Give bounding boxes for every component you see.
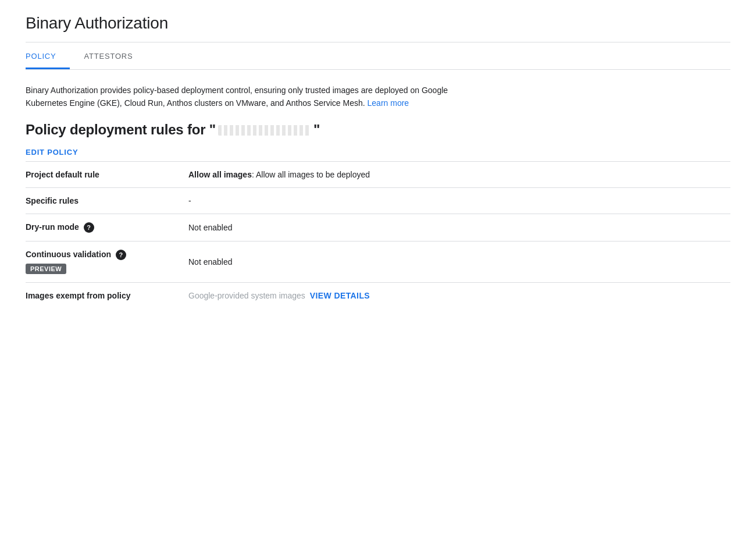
table-row: Continuous validation ? PREVIEW Not enab… bbox=[26, 241, 730, 283]
table-row: Dry-run mode ? Not enabled bbox=[26, 214, 730, 241]
row-label-project-default: Project default rule bbox=[26, 161, 188, 187]
allow-all-label: Allow all images bbox=[188, 170, 252, 179]
row-value-specific-rules: - bbox=[188, 187, 730, 214]
preview-badge: PREVIEW bbox=[26, 264, 66, 274]
policy-heading-prefix: Policy deployment rules for " bbox=[26, 122, 216, 137]
policy-table: Project default rule Allow all images: A… bbox=[26, 161, 730, 309]
row-value-dry-run: Not enabled bbox=[188, 214, 730, 241]
system-images-text: Google-provided system images bbox=[188, 291, 305, 300]
row-value-project-default: Allow all images: Allow all images to be… bbox=[188, 161, 730, 187]
row-label-images-exempt: Images exempt from policy bbox=[26, 283, 188, 309]
allow-all-rest: : Allow all images to be deployed bbox=[252, 170, 370, 179]
tab-policy[interactable]: POLICY bbox=[26, 42, 70, 69]
row-label-dry-run: Dry-run mode ? bbox=[26, 214, 188, 241]
view-details-link[interactable]: VIEW DETAILS bbox=[310, 291, 370, 300]
tabs-container: POLICY ATTESTORS bbox=[26, 42, 730, 70]
row-value-continuous-validation: Not enabled bbox=[188, 241, 730, 283]
row-label-specific-rules: Specific rules bbox=[26, 187, 188, 214]
row-label-continuous-validation: Continuous validation ? PREVIEW bbox=[26, 241, 188, 283]
redacted-project-name bbox=[218, 125, 311, 136]
table-row: Images exempt from policy Google-provide… bbox=[26, 283, 730, 309]
row-value-images-exempt: Google-provided system imagesVIEW DETAIL… bbox=[188, 283, 730, 309]
continuous-validation-help-icon[interactable]: ? bbox=[116, 250, 126, 260]
dry-run-help-icon[interactable]: ? bbox=[84, 222, 94, 233]
policy-heading: Policy deployment rules for "" bbox=[26, 122, 730, 138]
description-section: Binary Authorization provides policy-bas… bbox=[26, 70, 468, 122]
table-row: Specific rules - bbox=[26, 187, 730, 214]
table-row: Project default rule Allow all images: A… bbox=[26, 161, 730, 187]
policy-heading-suffix: " bbox=[313, 122, 320, 137]
learn-more-link[interactable]: Learn more bbox=[368, 98, 409, 108]
tab-attestors[interactable]: ATTESTORS bbox=[79, 42, 147, 69]
page-title: Binary Authorization bbox=[26, 14, 730, 33]
edit-policy-link[interactable]: EDIT POLICY bbox=[26, 148, 78, 157]
